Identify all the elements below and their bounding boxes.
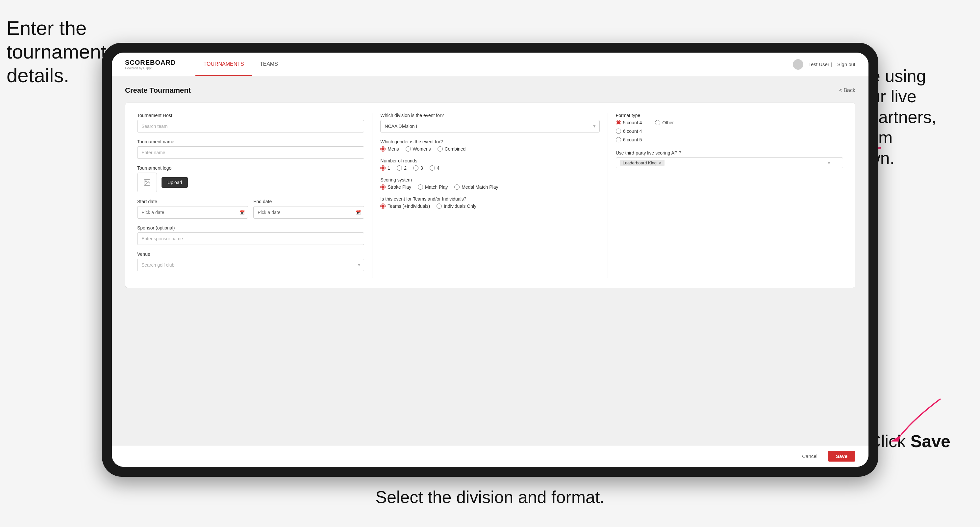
round-4-label: 4 bbox=[437, 165, 439, 171]
gender-mens[interactable]: Mens bbox=[380, 146, 399, 152]
format-left-options: 5 count 4 6 count 4 6 coun bbox=[616, 120, 642, 142]
nav-tab-tournaments[interactable]: TOURNAMENTS bbox=[196, 53, 252, 76]
format-other[interactable]: Other bbox=[655, 120, 674, 125]
format-other-radio[interactable] bbox=[655, 120, 660, 125]
live-scoring-label: Use third-party live scoring API? bbox=[616, 150, 843, 156]
teams-plus-radio[interactable] bbox=[380, 203, 385, 209]
logo-sub: Powered by Clippit bbox=[125, 67, 176, 70]
form-col-3: Format type 5 count 4 bbox=[608, 113, 843, 278]
start-date-group: Start date 📅 bbox=[137, 199, 248, 219]
gender-mens-radio[interactable] bbox=[380, 146, 385, 152]
format-6count4[interactable]: 6 count 4 bbox=[616, 129, 642, 134]
format-5count4-radio[interactable] bbox=[616, 120, 621, 125]
round-1-label: 1 bbox=[388, 165, 390, 171]
format-group: Format type 5 count 4 bbox=[616, 113, 843, 142]
scoring-radio-group: Stroke Play Match Play Medal Match Play bbox=[380, 184, 600, 190]
round-2[interactable]: 2 bbox=[397, 165, 407, 171]
scoring-match-label: Match Play bbox=[425, 184, 448, 190]
scoring-medal-match-radio[interactable] bbox=[454, 184, 460, 190]
start-date-input[interactable] bbox=[137, 206, 248, 219]
logo-upload-area: Upload bbox=[137, 173, 364, 192]
name-label: Tournament name bbox=[137, 139, 364, 144]
live-scoring-tag: Leaderboard King ✕ bbox=[620, 160, 665, 166]
gender-group: Which gender is the event for? Mens Wome… bbox=[380, 139, 600, 152]
scoring-stroke[interactable]: Stroke Play bbox=[380, 184, 411, 190]
gender-combined[interactable]: Combined bbox=[438, 146, 466, 152]
round-3-radio[interactable] bbox=[413, 165, 418, 171]
main-content: Create Tournament < Back Tournament Host bbox=[112, 76, 869, 445]
gender-womens-radio[interactable] bbox=[406, 146, 411, 152]
gender-label: Which gender is the event for? bbox=[380, 139, 600, 144]
user-name: Test User | bbox=[808, 62, 832, 67]
back-button[interactable]: < Back bbox=[839, 87, 855, 94]
end-date-label: End date bbox=[253, 199, 364, 204]
gender-womens[interactable]: Womens bbox=[406, 146, 431, 152]
format-6count4-label: 6 count 4 bbox=[623, 129, 642, 134]
upload-button[interactable]: Upload bbox=[162, 177, 188, 188]
end-date-input[interactable] bbox=[253, 206, 364, 219]
live-scoring-select[interactable]: Leaderboard King ✕ ▼ bbox=[616, 157, 843, 168]
teams-label: Is this event for Teams and/or Individua… bbox=[380, 196, 600, 202]
logo-label: Tournament logo bbox=[137, 165, 364, 171]
round-2-label: 2 bbox=[404, 165, 407, 171]
host-input[interactable] bbox=[137, 120, 364, 132]
format-right-options: Other bbox=[655, 120, 674, 142]
gender-womens-label: Womens bbox=[413, 146, 431, 152]
host-label: Tournament Host bbox=[137, 113, 364, 118]
round-4-radio[interactable] bbox=[430, 165, 435, 171]
scoring-medal-match[interactable]: Medal Match Play bbox=[454, 184, 498, 190]
sign-out-link[interactable]: Sign out bbox=[837, 62, 855, 67]
cancel-button[interactable]: Cancel bbox=[797, 451, 823, 462]
tablet-frame: SCOREBOARD Powered by Clippit TOURNAMENT… bbox=[102, 43, 878, 477]
scoring-medal-match-label: Medal Match Play bbox=[461, 184, 498, 190]
gender-mens-label: Mens bbox=[388, 146, 399, 152]
tablet-screen: SCOREBOARD Powered by Clippit TOURNAMENT… bbox=[112, 52, 869, 467]
round-4[interactable]: 4 bbox=[430, 165, 439, 171]
gender-combined-radio[interactable] bbox=[438, 146, 443, 152]
sponsor-input[interactable] bbox=[137, 232, 364, 245]
page-title: Create Tournament bbox=[125, 86, 191, 95]
format-6count5[interactable]: 6 count 5 bbox=[616, 137, 642, 142]
division-group: Which division is the event for? NCAA Di… bbox=[380, 113, 600, 132]
scoring-stroke-radio[interactable] bbox=[380, 184, 385, 190]
app-container: SCOREBOARD Powered by Clippit TOURNAMENT… bbox=[112, 52, 869, 467]
venue-label: Venue bbox=[137, 251, 364, 257]
live-scoring-value: Leaderboard King bbox=[623, 160, 657, 165]
individuals-only-label: Individuals Only bbox=[444, 203, 476, 209]
format-6count5-radio[interactable] bbox=[616, 137, 621, 142]
format-5count4[interactable]: 5 count 4 bbox=[616, 120, 642, 125]
nav-tab-teams[interactable]: TEAMS bbox=[252, 53, 286, 76]
end-date-wrap: 📅 bbox=[253, 206, 364, 219]
teams-radio-group: Teams (+Individuals) Individuals Only bbox=[380, 203, 600, 209]
teams-plus-individuals[interactable]: Teams (+Individuals) bbox=[380, 203, 430, 209]
page-header: Create Tournament < Back bbox=[125, 86, 855, 95]
annotation-topleft: Enter the tournament details. bbox=[6, 16, 107, 87]
logo-text: SCOREBOARD bbox=[125, 59, 176, 67]
svg-point-6 bbox=[145, 181, 146, 182]
round-3[interactable]: 3 bbox=[413, 165, 423, 171]
venue-input[interactable] bbox=[137, 259, 364, 271]
format-6count4-radio[interactable] bbox=[616, 129, 621, 134]
individuals-only[interactable]: Individuals Only bbox=[436, 203, 476, 209]
rounds-radio-group: 1 2 3 bbox=[380, 165, 600, 171]
logo-area: SCOREBOARD Powered by Clippit bbox=[125, 59, 176, 70]
user-avatar bbox=[793, 59, 803, 70]
nav-right: Test User | Sign out bbox=[793, 59, 855, 70]
start-calendar-icon: 📅 bbox=[239, 210, 245, 215]
end-calendar-icon: 📅 bbox=[355, 210, 361, 215]
name-input[interactable] bbox=[137, 146, 364, 159]
scoring-match-radio[interactable] bbox=[418, 184, 423, 190]
round-1[interactable]: 1 bbox=[380, 165, 390, 171]
scoring-match[interactable]: Match Play bbox=[418, 184, 448, 190]
round-2-radio[interactable] bbox=[397, 165, 402, 171]
form-col-2: Which division is the event for? NCAA Di… bbox=[372, 113, 608, 278]
save-button[interactable]: Save bbox=[828, 451, 855, 462]
individuals-only-radio[interactable] bbox=[436, 203, 442, 209]
format-6count5-label: 6 count 5 bbox=[623, 137, 642, 142]
division-select[interactable]: NCAA Division I bbox=[380, 120, 600, 132]
division-label: Which division is the event for? bbox=[380, 113, 600, 118]
live-scoring-group: Use third-party live scoring API? Leader… bbox=[616, 150, 843, 168]
rounds-label: Number of rounds bbox=[380, 158, 600, 163]
live-scoring-remove[interactable]: ✕ bbox=[659, 161, 662, 165]
round-1-radio[interactable] bbox=[380, 165, 385, 171]
